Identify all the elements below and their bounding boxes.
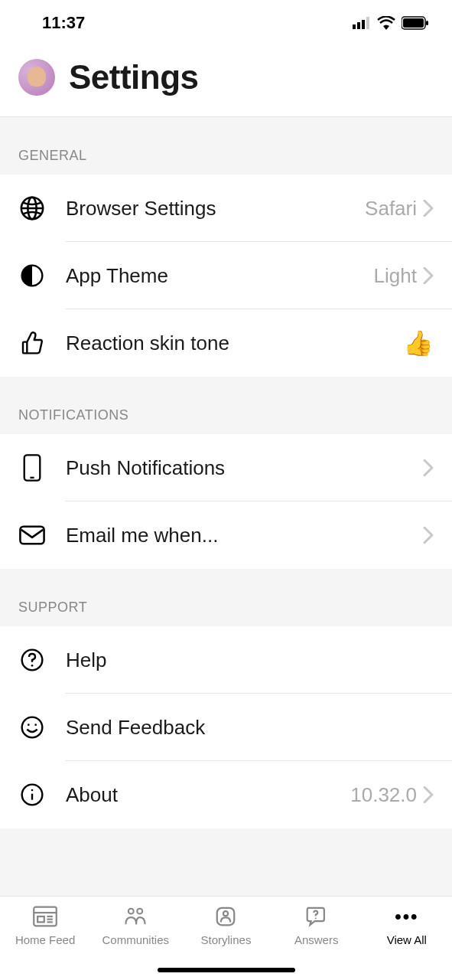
chevron-right-icon <box>423 200 434 217</box>
tab-answers[interactable]: Answers <box>275 904 359 946</box>
status-time: 11:37 <box>42 13 85 33</box>
section-support: Help Send Feedback About 10.32.0 <box>0 626 452 828</box>
more-icon: ••• <box>395 904 419 929</box>
browser-settings-value: Safari <box>365 197 417 220</box>
question-icon <box>18 646 46 674</box>
reaction-skin-tone-label: Reaction skin tone <box>66 332 403 355</box>
svg-point-16 <box>22 717 43 738</box>
status-icons <box>353 16 429 30</box>
app-theme-label: App Theme <box>66 264 374 288</box>
news-icon <box>33 904 57 929</box>
envelope-icon <box>18 521 46 549</box>
tab-label: View All <box>387 933 427 946</box>
browser-settings-label: Browser Settings <box>66 197 365 220</box>
section-notifications: Push Notifications Email me when... <box>0 434 452 569</box>
push-notifications-row[interactable]: Push Notifications <box>0 434 452 501</box>
svg-point-29 <box>138 909 143 914</box>
info-icon <box>18 781 46 808</box>
tab-label: Home Feed <box>15 933 75 946</box>
about-value: 10.32.0 <box>350 783 417 807</box>
email-me-when-label: Email me when... <box>66 524 423 547</box>
svg-point-31 <box>223 911 228 916</box>
wifi-icon <box>377 16 395 30</box>
svg-rect-5 <box>403 18 424 28</box>
section-header-support: SUPPORT <box>0 569 452 626</box>
chevron-right-icon <box>423 267 434 284</box>
help-row[interactable]: Help <box>0 626 452 694</box>
svg-rect-3 <box>366 17 369 29</box>
globe-icon <box>18 194 46 222</box>
svg-rect-2 <box>362 20 365 29</box>
svg-rect-24 <box>37 916 44 922</box>
home-indicator[interactable] <box>158 968 295 972</box>
section-header-notifications: NOTIFICATIONS <box>0 377 452 434</box>
svg-point-18 <box>34 724 37 726</box>
push-notifications-label: Push Notifications <box>66 456 423 480</box>
half-circle-icon <box>18 262 46 289</box>
help-label: Help <box>66 648 434 672</box>
thumbs-up-icon <box>18 329 46 357</box>
chevron-right-icon <box>423 527 434 544</box>
story-icon <box>213 904 238 929</box>
section-header-general: GENERAL <box>0 117 452 175</box>
smile-icon <box>18 714 46 741</box>
header: Settings <box>0 46 452 117</box>
chevron-right-icon <box>423 459 434 476</box>
tab-label: Communities <box>102 933 170 946</box>
phone-icon <box>18 454 46 482</box>
svg-point-28 <box>128 909 134 914</box>
about-label: About <box>66 783 350 807</box>
page-title: Settings <box>69 58 199 96</box>
browser-settings-row[interactable]: Browser Settings Safari <box>0 175 452 242</box>
about-row[interactable]: About 10.32.0 <box>0 761 452 828</box>
tab-view-all[interactable]: ••• View All <box>365 904 449 946</box>
svg-point-32 <box>314 917 316 919</box>
reaction-emoji: 👍 <box>403 328 434 358</box>
chevron-right-icon <box>423 786 434 803</box>
battery-icon <box>402 16 429 30</box>
svg-point-20 <box>31 789 34 792</box>
cellular-icon <box>353 17 371 29</box>
chat-question-icon <box>304 904 329 929</box>
reaction-skin-tone-row[interactable]: Reaction skin tone 👍 <box>0 309 452 377</box>
tab-label: Answers <box>294 933 339 946</box>
avatar[interactable] <box>18 59 55 96</box>
svg-rect-13 <box>20 527 44 544</box>
app-theme-row[interactable]: App Theme Light <box>0 242 452 309</box>
svg-rect-0 <box>353 24 356 29</box>
tab-home-feed[interactable]: Home Feed <box>3 904 87 946</box>
send-feedback-label: Send Feedback <box>66 716 434 740</box>
svg-point-17 <box>28 724 30 726</box>
section-general: Browser Settings Safari App Theme Light … <box>0 175 452 377</box>
svg-rect-6 <box>426 21 428 25</box>
send-feedback-row[interactable]: Send Feedback <box>0 694 452 761</box>
status-bar: 11:37 <box>0 0 452 46</box>
svg-point-15 <box>31 665 34 667</box>
people-icon <box>123 904 148 929</box>
tab-communities[interactable]: Communities <box>93 904 177 946</box>
svg-rect-1 <box>357 22 360 29</box>
app-theme-value: Light <box>374 264 417 288</box>
tab-storylines[interactable]: Storylines <box>184 904 268 946</box>
tab-label: Storylines <box>201 933 252 946</box>
email-me-when-row[interactable]: Email me when... <box>0 501 452 569</box>
